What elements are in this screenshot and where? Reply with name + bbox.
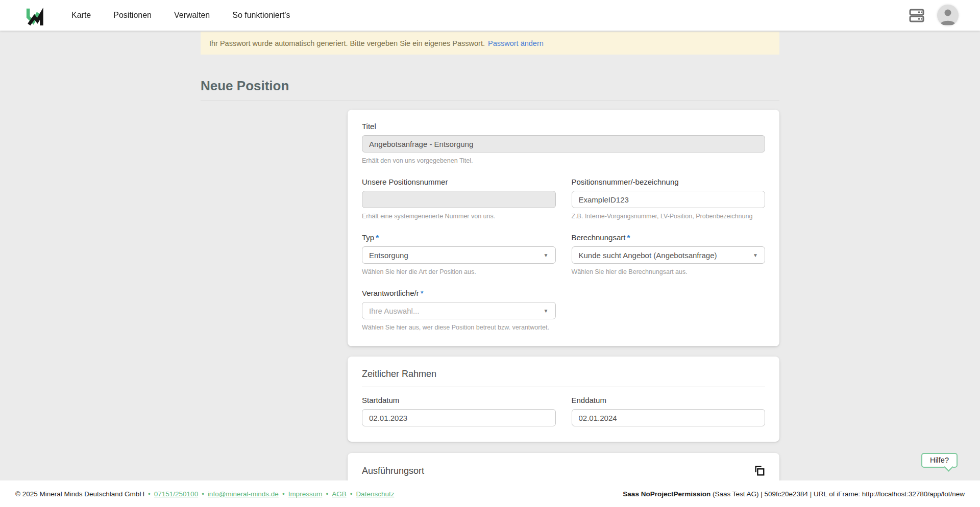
footer-separator: • xyxy=(350,490,353,498)
startdatum-field: Startdatum xyxy=(362,396,556,426)
footer-email-link[interactable]: info@mineral-minds.de xyxy=(208,490,279,498)
chevron-down-icon: ▼ xyxy=(753,252,758,258)
footer-right: Saas NoProjectPermission (Saas Test AG) … xyxy=(623,490,965,498)
password-warning-banner: Ihr Passwort wurde automatisch generiert… xyxy=(201,32,779,55)
footer-agb-link[interactable]: AGB xyxy=(332,490,347,498)
chevron-down-icon: ▼ xyxy=(544,308,549,314)
startdatum-input[interactable] xyxy=(362,409,556,426)
typ-selected-value: Entsorgung xyxy=(369,251,408,260)
enddatum-input[interactable] xyxy=(572,409,766,426)
unsere-positionsnummer-helper: Erhält eine systemgenerierte Nummer von … xyxy=(362,213,556,220)
titel-helper: Erhält den von uns vorgegebenen Titel. xyxy=(362,157,765,164)
berechnungsart-selected-value: Kunde sucht Angebot (Angebotsanfrage) xyxy=(579,251,717,260)
verantwortlicher-select[interactable]: Ihre Auswahl... ▼ xyxy=(362,302,556,319)
footer-impressum-link[interactable]: Impressum xyxy=(288,490,323,498)
nav-item-verwalten[interactable]: Verwalten xyxy=(174,11,210,20)
berechnungsart-field: Berechnungsart* Kunde sucht Angebot (Ang… xyxy=(572,233,766,275)
user-avatar[interactable] xyxy=(937,5,959,26)
nav-item-positionen[interactable]: Positionen xyxy=(113,11,152,20)
berechnungsart-helper: Wählen Sie hier die Berechnungsart aus. xyxy=(572,268,766,275)
nav-item-so-funktionierts[interactable]: So funktioniert's xyxy=(232,11,290,20)
verantwortlicher-field: Verantwortliche/r* Ihre Auswahl... ▼ Wäh… xyxy=(362,289,556,331)
help-button[interactable]: Hilfe? xyxy=(921,453,958,468)
navbar-right xyxy=(909,5,959,26)
zeitlicher-rahmen-title: Zeitlicher Rahmen xyxy=(362,369,765,379)
footer: © 2025 Mineral Minds Deutschland GmbH • … xyxy=(0,480,980,507)
verantwortlicher-placeholder: Ihre Auswahl... xyxy=(369,307,419,315)
footer-copyright: © 2025 Mineral Minds Deutschland GmbH xyxy=(15,490,144,498)
berechnungsart-label: Berechnungsart xyxy=(572,233,626,242)
page-container: Ihr Passwort wurde automatisch generiert… xyxy=(201,0,779,507)
main-nav: Karte Positionen Verwalten So funktionie… xyxy=(71,11,290,20)
enddatum-field: Enddatum xyxy=(572,396,766,426)
footer-datenschutz-link[interactable]: Datenschutz xyxy=(356,490,394,498)
unsere-positionsnummer-field: Unsere Positionsnummer Erhält eine syste… xyxy=(362,178,556,220)
divider xyxy=(362,387,765,387)
chevron-down-icon: ▼ xyxy=(544,252,549,258)
nav-item-karte[interactable]: Karte xyxy=(71,11,91,20)
footer-left: © 2025 Mineral Minds Deutschland GmbH • … xyxy=(15,490,394,498)
enddatum-label: Enddatum xyxy=(572,396,766,404)
required-asterisk: * xyxy=(421,289,424,297)
verantwortlicher-label: Verantwortliche/r xyxy=(362,289,419,297)
banner-message: Ihr Passwort wurde automatisch generiert… xyxy=(209,39,485,47)
footer-separator: • xyxy=(282,490,285,498)
zeitlicher-rahmen-card: Zeitlicher Rahmen Startdatum Enddatum xyxy=(348,357,779,442)
startdatum-label: Startdatum xyxy=(362,396,556,404)
positionsnummer-input[interactable] xyxy=(572,191,766,208)
typ-field: Typ* Entsorgung ▼ Wählen Sie hier die Ar… xyxy=(362,233,556,275)
copy-icon[interactable] xyxy=(754,465,765,476)
server-icon[interactable] xyxy=(909,7,925,23)
page-title: Neue Position xyxy=(201,78,779,101)
footer-separator: • xyxy=(202,490,204,498)
footer-session-info: (Saas Test AG) | 509fc20e2384 | URL of i… xyxy=(710,490,965,498)
footer-tenant-name: Saas NoProjectPermission xyxy=(623,490,710,498)
typ-select[interactable]: Entsorgung ▼ xyxy=(362,246,556,264)
positionsnummer-helper: Z.B. Interne-Vorgangsnummer, LV-Position… xyxy=(572,213,766,220)
ausfuehrungsort-title: Ausführungsort xyxy=(362,466,424,476)
position-basics-card: Titel Erhält den von uns vorgegebenen Ti… xyxy=(348,110,779,346)
positionsnummer-field: Positionsnummer/-bezeichnung Z.B. Intern… xyxy=(572,178,766,220)
positionsnummer-label: Positionsnummer/-bezeichnung xyxy=(572,178,766,186)
mineral-minds-logo-icon[interactable] xyxy=(21,4,45,27)
titel-field: Titel Erhält den von uns vorgegebenen Ti… xyxy=(362,122,765,164)
titel-label: Titel xyxy=(362,122,765,131)
required-asterisk: * xyxy=(376,233,379,242)
unsere-positionsnummer-label: Unsere Positionsnummer xyxy=(362,178,556,186)
berechnungsart-select[interactable]: Kunde sucht Angebot (Angebotsanfrage) ▼ xyxy=(572,246,766,264)
footer-separator: • xyxy=(326,490,328,498)
verantwortlicher-helper: Wählen Sie hier aus, wer diese Position … xyxy=(362,324,556,331)
typ-label: Typ xyxy=(362,233,374,242)
titel-input[interactable] xyxy=(362,135,765,153)
footer-phone-link[interactable]: 07151/250100 xyxy=(154,490,198,498)
change-password-link[interactable]: Passwort ändern xyxy=(488,39,544,47)
person-icon xyxy=(937,5,959,26)
typ-helper: Wählen Sie hier die Art der Position aus… xyxy=(362,268,556,275)
top-navbar: Karte Positionen Verwalten So funktionie… xyxy=(0,0,980,31)
footer-separator: • xyxy=(148,490,151,498)
unsere-positionsnummer-input[interactable] xyxy=(362,191,556,208)
required-asterisk: * xyxy=(627,233,630,242)
